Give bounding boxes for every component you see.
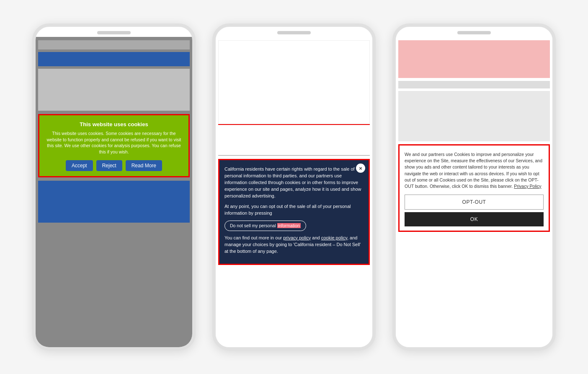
ph1-placeholder-2 xyxy=(38,52,190,66)
phone-3-screen: We and our partners use Cookies to impro… xyxy=(396,37,552,347)
phone-1: This website uses cookies This website u… xyxy=(32,23,196,351)
ok-button[interactable]: OK xyxy=(405,212,544,226)
opt-out-button[interactable]: OPT-OUT xyxy=(405,195,544,210)
ph3-placeholder-3 xyxy=(398,91,550,141)
highlight-information: information xyxy=(277,223,301,228)
ph3-placeholder-1 xyxy=(398,40,550,78)
reject-button[interactable]: Reject xyxy=(96,160,122,171)
cookie-banner-2-para1: California residents have certain rights… xyxy=(224,166,364,200)
phone-2-screen: × California residents have certain righ… xyxy=(216,37,372,347)
cookie-banner-3-body: We and our partners use Cookies to impro… xyxy=(405,151,544,190)
cookie-banner-2: × California residents have certain righ… xyxy=(218,159,370,265)
phone-2-background: × California residents have certain righ… xyxy=(216,37,372,347)
cookie-banner-1-buttons: Accept Reject Read More xyxy=(44,160,183,171)
cookie-banner-1-body: This website uses cookies. Some cookies … xyxy=(44,130,183,155)
read-more-button[interactable]: Read More xyxy=(126,160,162,171)
cookie-banner-1: This website uses cookies This website u… xyxy=(38,114,190,177)
phone-1-screen: This website uses cookies This website u… xyxy=(36,37,192,347)
phone-3-notch xyxy=(457,31,491,34)
ph1-placeholder-3 xyxy=(38,69,190,111)
phone-2-notch xyxy=(277,31,311,34)
phone-2: × California residents have certain righ… xyxy=(212,23,376,351)
phone-1-background: This website uses cookies This website u… xyxy=(36,37,192,347)
ph2-placeholder-2 xyxy=(218,125,370,154)
close-button[interactable]: × xyxy=(356,164,365,173)
ph2-placeholder-1 xyxy=(218,40,370,124)
phone-3: We and our partners use Cookies to impro… xyxy=(392,23,556,351)
cookie-banner-2-para2: At any point, you can opt out of the sal… xyxy=(224,203,364,217)
cookie-policy-link[interactable]: cookie policy xyxy=(321,235,347,240)
ph2-dark-line xyxy=(218,155,370,156)
ph1-placeholder-1 xyxy=(38,40,190,49)
ph3-placeholder-2 xyxy=(398,81,550,88)
cookie-banner-3: We and our partners use Cookies to impro… xyxy=(398,144,550,232)
accept-button[interactable]: Accept xyxy=(66,160,93,171)
cookie-banner-2-para3: You can find out more in our privacy pol… xyxy=(224,235,364,255)
do-not-sell-button[interactable]: Do not sell my personal information xyxy=(224,221,306,231)
privacy-policy-link-3[interactable]: Privacy Policy xyxy=(514,184,541,189)
ph1-placeholder-4 xyxy=(38,181,190,223)
phone-3-background: We and our partners use Cookies to impro… xyxy=(396,37,552,347)
phone-1-notch xyxy=(97,31,131,34)
privacy-policy-link[interactable]: privacy policy xyxy=(283,235,311,240)
cookie-banner-1-title: This website uses cookies xyxy=(44,121,183,127)
